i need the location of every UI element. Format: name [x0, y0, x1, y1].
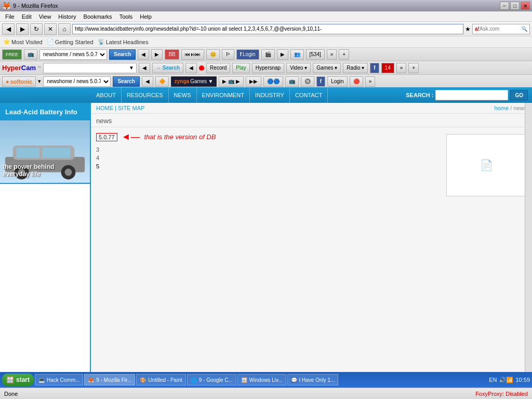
- fb-icon-btn[interactable]: f: [370, 63, 379, 73]
- view-menu[interactable]: View: [36, 12, 55, 21]
- statusbar-right: FoxyProxy: Disabled: [475, 391, 528, 397]
- bookmark-star-icon[interactable]: ★: [465, 25, 471, 33]
- minimize-button[interactable]: −: [500, 2, 509, 10]
- maximize-button[interactable]: □: [510, 2, 520, 10]
- scrollbar[interactable]: [525, 103, 532, 372]
- bookmarks-bar: ⭐ Most Visited 📄 Getting Started 📡 Lates…: [0, 36, 532, 48]
- newshome-select-1[interactable]: newshome / news 5.0.7: [39, 49, 107, 60]
- ask-search-area: a! 🔍: [472, 24, 530, 34]
- taskbar-label-2: Untitled - Paint: [148, 377, 182, 383]
- games-btn-2[interactable]: Games ▾: [313, 63, 341, 73]
- tools-menu[interactable]: Tools: [116, 12, 136, 21]
- nav-industry[interactable]: INDUSTRY: [250, 87, 290, 103]
- stop-button[interactable]: ✕: [44, 23, 57, 35]
- newshome-select-3[interactable]: newshome / news 5.0.7: [43, 76, 111, 87]
- bb-button[interactable]: BB: [165, 49, 179, 60]
- add-btn-2[interactable]: +: [408, 63, 419, 73]
- svg-point-8: [65, 169, 72, 176]
- taskbar-icons-area: 🔊📶: [499, 377, 513, 383]
- orange-btn[interactable]: 🔶: [155, 76, 169, 87]
- avatar-btn[interactable]: 😊: [206, 49, 220, 60]
- forward-button[interactable]: ▶: [16, 23, 29, 35]
- play-btn[interactable]: Play: [232, 63, 249, 73]
- taskbar-item-3[interactable]: 🌐 9 - Google C...: [187, 374, 236, 385]
- nav-news[interactable]: NEWS: [169, 87, 197, 103]
- home-link[interactable]: HOME | SITE MAP: [96, 105, 144, 111]
- hypersnap-btn[interactable]: Hypersnap: [252, 63, 284, 73]
- nav-about[interactable]: ABOUT: [91, 87, 122, 103]
- file-menu[interactable]: File: [2, 12, 18, 21]
- back-btn-3[interactable]: ◀: [142, 76, 153, 87]
- play-controls[interactable]: ⏮⏯⏭: [181, 49, 204, 60]
- fb-login-btn[interactable]: f Login: [236, 49, 259, 60]
- news-section-title: news: [91, 114, 532, 127]
- nav-environment[interactable]: ENVIRONMENT: [197, 87, 250, 103]
- dropdown-arrow-icon[interactable]: ▼: [129, 65, 134, 71]
- most-visited-bookmark[interactable]: ⭐ Most Visited: [3, 38, 43, 45]
- hypercam-input-area[interactable]: ▼: [43, 63, 137, 73]
- taskbar-item-5[interactable]: 💬 I Have Only 1...: [287, 374, 339, 385]
- edit-menu[interactable]: Edit: [19, 12, 35, 21]
- taskbar-item-1[interactable]: 🦊 9 - Mozilla Fir...: [84, 374, 135, 385]
- svg-rect-3: [17, 148, 39, 158]
- ask-search-input[interactable]: [480, 26, 521, 32]
- hypercam-btn2[interactable]: ◀: [185, 63, 197, 73]
- add-btn-1[interactable]: +: [339, 49, 349, 60]
- zynga-btn[interactable]: zynga Games ▼: [171, 76, 217, 87]
- social-btn[interactable]: 👥: [290, 49, 304, 60]
- more-btn-1[interactable]: »: [327, 49, 337, 60]
- login-btn-3[interactable]: Login: [327, 76, 347, 87]
- flags-btn[interactable]: 🏳: [222, 49, 234, 60]
- taskbar-icon-5: 💬: [291, 377, 297, 383]
- titlebar-left: 🦊 9 - Mozilla Firefox: [2, 2, 58, 10]
- close-button[interactable]: ✕: [521, 2, 530, 10]
- language-indicator: EN: [489, 377, 497, 383]
- help-menu[interactable]: Help: [137, 12, 155, 21]
- start-button[interactable]: 🪟 start: [2, 374, 34, 386]
- count-badge-2: 14: [381, 63, 394, 73]
- reload-button[interactable]: ↻: [30, 23, 43, 35]
- taskbar-right: EN 🔊📶 10:59: [489, 377, 530, 383]
- latest-headlines-bookmark[interactable]: 📡 Latest Headlines: [98, 38, 149, 45]
- ytv-btn[interactable]: 📺: [285, 76, 299, 87]
- search-button-1[interactable]: Search: [109, 49, 136, 60]
- radio-btn[interactable]: Radio ▾: [343, 63, 368, 73]
- breadcrumb-home-link[interactable]: home: [495, 105, 509, 111]
- taskbar-item-0[interactable]: 💻 Hack Comm...: [35, 374, 83, 385]
- record-btn[interactable]: Record: [206, 63, 230, 73]
- bookmarks-menu[interactable]: Bookmarks: [81, 12, 115, 21]
- video-btn[interactable]: Video ▾: [286, 63, 311, 73]
- site-go-button[interactable]: GO: [510, 90, 528, 100]
- start-label: start: [16, 376, 30, 383]
- zynga-icons: ▶ 📺 ▶: [219, 76, 244, 87]
- more-btn-3[interactable]: »: [365, 76, 376, 87]
- ask-logo: a!: [475, 26, 480, 32]
- misc-icon3[interactable]: 🔴: [350, 76, 363, 87]
- home-button[interactable]: ⌂: [58, 23, 71, 35]
- nav-resources[interactable]: RESOURCES: [122, 87, 169, 103]
- address-bar[interactable]: [72, 24, 463, 34]
- hypercam-text-input[interactable]: [46, 65, 129, 71]
- nav-contact[interactable]: CONTACT: [290, 87, 328, 103]
- site-search-input[interactable]: [435, 90, 508, 100]
- getting-started-bookmark[interactable]: 📄 Getting Started: [47, 38, 94, 45]
- toolbar1-btn1[interactable]: FREE: [2, 49, 22, 60]
- taskbar-item-2[interactable]: 🎨 Untitled - Paint: [136, 374, 186, 385]
- browser-content: ABOUT RESOURCES NEWS ENVIRONMENT INDUSTR…: [0, 87, 532, 372]
- back-button[interactable]: ◀: [2, 23, 15, 35]
- taskbar: 🪟 start 💻 Hack Comm... 🦊 9 - Mozilla Fir…: [0, 372, 532, 388]
- more-btn-2[interactable]: »: [396, 63, 407, 73]
- yt-btn[interactable]: ▶: [277, 49, 288, 60]
- prev-btn[interactable]: ◀: [138, 49, 149, 60]
- taskbar-item-4[interactable]: 🪟 Windows Liv...: [237, 374, 286, 385]
- misc-btn2[interactable]: 🔘: [301, 76, 314, 87]
- toolbar1-btn2[interactable]: 📺: [24, 49, 37, 60]
- next-btn[interactable]: ▶: [151, 49, 163, 60]
- feed-icon: 📡: [98, 38, 105, 45]
- search-button-3[interactable]: Search: [113, 76, 139, 87]
- hypercam-prev[interactable]: ◀: [139, 63, 150, 73]
- nav-toolbar: ◀ ▶ ↻ ✕ ⌂ ★ a! 🔍: [0, 22, 532, 36]
- history-menu[interactable]: History: [55, 12, 79, 21]
- media-btn[interactable]: 🎬: [261, 49, 275, 60]
- fb-btn-3[interactable]: f: [316, 76, 325, 87]
